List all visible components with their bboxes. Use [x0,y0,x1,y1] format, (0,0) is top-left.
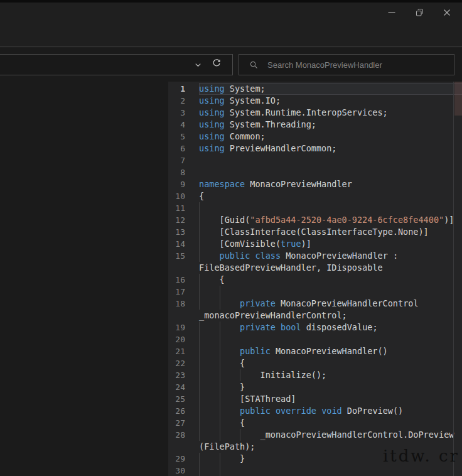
indent-guide [220,286,220,298]
indent-guide [220,298,220,310]
line-number: 12 [168,214,199,226]
indent-guide [199,381,200,393]
code-line[interactable]: 14 [ComVisible(true)] [168,238,462,250]
code-line[interactable]: 9namespace MonacoPreviewHandler [168,178,462,190]
code-line-text: using System.Threading; [199,119,462,131]
code-line-text: _monacoPreviewHandlerControl.DoPreview [199,429,462,441]
code-line[interactable]: 12 [Guid("afbd5a44-2520-4ae0-9224-6cfce8… [168,214,462,226]
line-number: 16 [168,274,199,286]
indent-guide [199,214,200,226]
filetype-dropdown[interactable] [0,54,233,75]
indent-guide [199,286,200,298]
indent-guide [220,429,220,441]
refresh-button[interactable] [207,55,226,74]
code-line[interactable]: 24 } [168,381,462,393]
line-number: 10 [168,190,199,202]
indent-guide [199,238,200,250]
line-number [168,441,199,453]
code-line-text: { [199,190,462,202]
line-number: 3 [168,107,199,119]
code-line[interactable]: 17 [168,286,462,298]
search-input[interactable] [267,55,454,75]
code-line[interactable]: 18 private MonacoPreviewHandlerControl [168,298,462,310]
indent-guide [240,369,240,381]
scrollbar-thumb[interactable] [454,82,462,116]
code-line[interactable]: 8 [168,166,462,178]
code-line[interactable]: 19 private bool disposedValue; [168,322,462,333]
code-line[interactable]: 30 [168,465,462,476]
code-line[interactable]: 1using System; [168,83,462,95]
code-line-text [199,465,462,476]
code-line-text: using PreviewHandlerCommon; [199,143,462,154]
code-line[interactable]: 15 public class MonacoPreviewHandler : [168,250,462,262]
line-number: 13 [168,226,199,238]
code-line[interactable]: 11 [168,202,462,214]
indent-guide [199,226,200,238]
toolbar [0,48,462,82]
code-line[interactable]: 10{ [168,190,462,202]
line-number: 29 [168,453,199,465]
restore-button[interactable] [406,4,433,21]
indent-guide [199,369,200,381]
code-editor[interactable]: 1using System;2using System.IO;3using Sy… [168,82,462,476]
code-line-text [199,154,462,166]
code-line[interactable]: 13 [ClassInterface(ClassInterfaceType.No… [168,226,462,238]
code-line[interactable]: 4using System.Threading; [168,119,462,131]
close-button[interactable] [433,4,461,21]
code-line[interactable]: 7 [168,154,462,166]
watermark: itdw. cr [383,446,459,465]
code-line-text: using Common; [199,131,462,143]
line-number [168,262,199,274]
indent-guide [220,322,220,333]
line-number: 14 [168,238,199,250]
indent-guide [199,405,200,417]
indent-guide [220,345,220,357]
code-line[interactable]: 28 _monacoPreviewHandlerControl.DoPrevie… [168,429,462,441]
code-line[interactable]: 5using Common; [168,131,462,143]
line-number: 2 [168,95,199,107]
indent-guide [220,381,220,393]
minimize-button[interactable] [378,4,406,21]
indent-guide [199,429,200,441]
code-line[interactable]: FileBasedPreviewHandler, IDisposable [168,262,462,274]
line-number: 5 [168,131,199,143]
code-line[interactable]: 23 Initialize(); [168,369,462,381]
caption-buttons [378,4,461,21]
code-line[interactable]: 16 { [168,274,462,286]
line-number: 4 [168,119,199,131]
line-number: 15 [168,250,199,262]
code-line-text: private MonacoPreviewHandlerControl [199,298,462,310]
left-panel [0,82,168,476]
editor-scrollbar[interactable] [453,82,462,476]
title-bar[interactable] [0,3,462,47]
indent-guide [220,393,220,405]
code-line[interactable]: 2using System.IO; [168,95,462,107]
code-line[interactable]: _monacoPreviewHandlerControl; [168,310,462,322]
indent-guide [220,333,220,345]
code-line[interactable]: 6using PreviewHandlerCommon; [168,143,462,154]
code-line-text: { [199,417,462,429]
indent-guide [199,322,200,333]
indent-guide [240,429,240,441]
indent-guide [199,250,200,262]
minimize-icon [387,8,397,18]
code-line[interactable]: 26 public override void DoPreview() [168,405,462,417]
search-icon [249,60,259,70]
chevron-down-icon[interactable] [188,55,207,74]
code-line[interactable]: 3using System.Runtime.InteropServices; [168,107,462,119]
code-line[interactable]: 27 { [168,417,462,429]
line-number: 28 [168,429,199,441]
code-line[interactable]: 20 [168,333,462,345]
indent-guide [220,369,220,381]
line-number [168,310,199,322]
line-number: 30 [168,465,199,476]
code-line-text: using System.IO; [199,95,462,107]
code-line[interactable]: 25 [STAThread] [168,393,462,405]
code-line-text: FileBasedPreviewHandler, IDisposable [199,262,462,274]
code-line[interactable]: 21 public MonacoPreviewHandler() [168,345,462,357]
code-line[interactable]: 22 { [168,357,462,369]
restore-icon [414,8,424,18]
indent-guide [220,405,220,417]
line-number: 22 [168,357,199,369]
code-rows: 1using System;2using System.IO;3using Sy… [168,83,462,476]
